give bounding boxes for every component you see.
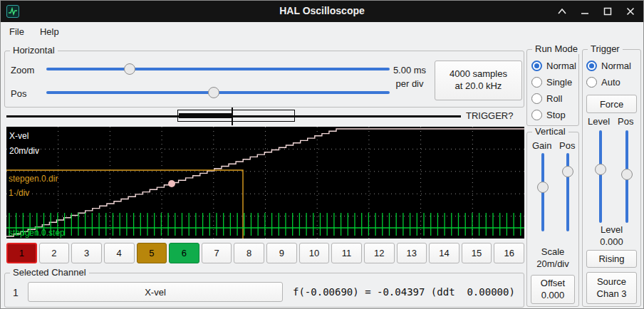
channel-button-6[interactable]: 6	[169, 243, 199, 263]
run-mode-options: NormalSingleRollStop	[531, 58, 576, 123]
time-per-div-value: 5.00 ms	[388, 65, 432, 75]
channel-button-3[interactable]: 3	[71, 243, 102, 263]
maximize-button[interactable]	[602, 6, 613, 17]
offset-value: 0.000	[541, 290, 565, 302]
channel-button-13[interactable]: 13	[397, 243, 427, 263]
trigger-status-label: TRIGGER?	[466, 110, 513, 121]
trigger-mode-options: NormalAuto	[586, 58, 631, 90]
record-position-bar: TRIGGER?	[6, 108, 524, 126]
trigger-group-title: Trigger	[588, 43, 623, 54]
run-mode-option-normal[interactable]: Normal	[531, 58, 576, 74]
radio-label: Normal	[546, 61, 576, 71]
radio-label: Normal	[601, 61, 631, 71]
vertical-pos-slider-track[interactable]	[566, 153, 569, 231]
vertical-pos-slider-handle[interactable]	[562, 166, 573, 177]
window: HAL Oscilloscope File Help Horizontal Zo…	[0, 0, 644, 309]
channel-button-row: 12345678910111213141516	[6, 243, 524, 263]
vertical-group-title: Vertical	[532, 126, 568, 137]
sample-rate-button[interactable]: 4000 samples at 20.0 kHz	[435, 61, 522, 100]
trigger-level-label: Level	[582, 224, 641, 235]
scale-label: Scale	[526, 246, 579, 257]
radio-icon	[531, 61, 542, 71]
selected-channel-name-button[interactable]: X-vel	[28, 282, 283, 302]
close-icon	[626, 7, 635, 16]
radio-label: Stop	[546, 110, 566, 120]
pos-slider[interactable]	[46, 86, 390, 99]
close-button[interactable]	[625, 6, 636, 17]
force-trigger-button[interactable]: Force	[586, 95, 637, 113]
scope-label-ch1-scale: 20m/div	[9, 146, 39, 156]
trigger-option-auto[interactable]: Auto	[586, 74, 631, 90]
channel-button-5[interactable]: 5	[137, 243, 167, 263]
channel-value-readout: f(-0.00690) = -0.04397 (ddt 0.00000)	[293, 286, 515, 298]
trigger-level-slider-handle[interactable]	[595, 164, 606, 175]
pos-slider-handle[interactable]	[208, 87, 219, 98]
scope-traces	[6, 129, 524, 239]
trigger-point-marker	[168, 180, 175, 187]
scope-label-dir-name: stepgen.0.dir	[9, 174, 58, 184]
channel-button-1[interactable]: 1	[6, 243, 37, 263]
minimize-button[interactable]	[579, 6, 591, 17]
zoom-slider[interactable]	[46, 63, 390, 75]
channel-button-11[interactable]: 11	[331, 243, 362, 263]
offset-label: Offset	[541, 278, 565, 290]
minimize-icon	[581, 7, 589, 16]
channel-button-4[interactable]: 4	[104, 243, 135, 263]
run-mode-option-single[interactable]: Single	[531, 74, 576, 90]
scope-label-dir-scale: 1·/div	[9, 188, 29, 198]
channel-button-15[interactable]: 15	[462, 243, 492, 263]
zoom-slider-track[interactable]	[46, 68, 390, 70]
run-mode-option-stop[interactable]: Stop	[531, 107, 576, 123]
pos-label: Pos	[11, 88, 26, 99]
gain-slider[interactable]	[536, 153, 549, 231]
gain-slider-handle[interactable]	[537, 182, 549, 193]
shade-button[interactable]	[556, 6, 568, 17]
menu-file[interactable]: File	[9, 26, 24, 37]
channel-button-2[interactable]: 2	[39, 243, 70, 263]
radio-label: Roll	[546, 93, 562, 104]
run-mode-title: Run Mode	[532, 43, 581, 54]
trigger-pos-slider[interactable]	[620, 130, 633, 223]
trigger-source-label: Source	[597, 276, 626, 288]
menu-help[interactable]: Help	[40, 26, 59, 37]
offset-button[interactable]: Offset 0.000	[531, 275, 575, 304]
trigger-level-slider-label: Level	[588, 116, 610, 127]
channel-button-8[interactable]: 8	[234, 243, 264, 263]
trigger-option-normal[interactable]: Normal	[586, 58, 631, 74]
run-mode-option-roll[interactable]: Roll	[531, 90, 576, 107]
trigger-level-value: 0.000	[582, 236, 641, 247]
selected-channel-title: Selected Channel	[10, 267, 89, 278]
scale-value: 20m/div	[526, 258, 579, 269]
radio-icon	[531, 110, 542, 120]
zoom-slider-handle[interactable]	[124, 63, 135, 75]
trigger-pos-slider-handle[interactable]	[621, 169, 633, 180]
channel-button-14[interactable]: 14	[429, 243, 459, 263]
channel-button-10[interactable]: 10	[299, 243, 330, 263]
titlebar: HAL Oscilloscope	[1, 1, 643, 22]
scope-label-step-name: stepgen.0.step	[9, 228, 65, 238]
trigger-level-slider-track[interactable]	[599, 130, 602, 223]
radio-icon	[586, 77, 597, 88]
channel-button-12[interactable]: 12	[364, 243, 395, 263]
trigger-edge-button[interactable]: Rising	[586, 250, 637, 268]
channel-button-9[interactable]: 9	[266, 243, 297, 263]
trigger-pos-slider-label: Pos	[618, 116, 633, 127]
radio-label: Single	[546, 77, 572, 88]
horizontal-group-title: Horizontal	[10, 45, 58, 56]
selected-channel-number: 1	[13, 287, 19, 298]
radio-icon	[531, 93, 542, 104]
vertical-pos-slider-label: Pos	[559, 140, 575, 151]
chevron-up-icon	[558, 9, 566, 14]
trigger-position-tick	[232, 108, 233, 125]
trigger-source-channel: Chan 3	[597, 288, 627, 300]
channel-button-16[interactable]: 16	[494, 243, 524, 263]
trigger-source-button[interactable]: Source Chan 3	[586, 272, 637, 304]
sample-rate-label: at 20.0 kHz	[455, 80, 502, 93]
gain-slider-label: Gain	[532, 140, 551, 151]
trigger-level-slider[interactable]	[594, 130, 607, 223]
scope-display: X-vel 20m/div stepgen.0.dir 1·/div stepg…	[6, 127, 524, 239]
vertical-pos-slider[interactable]	[561, 153, 574, 231]
record-view-window	[177, 110, 295, 122]
sample-count-label: 4000 samples	[450, 68, 507, 80]
channel-button-7[interactable]: 7	[202, 243, 232, 263]
